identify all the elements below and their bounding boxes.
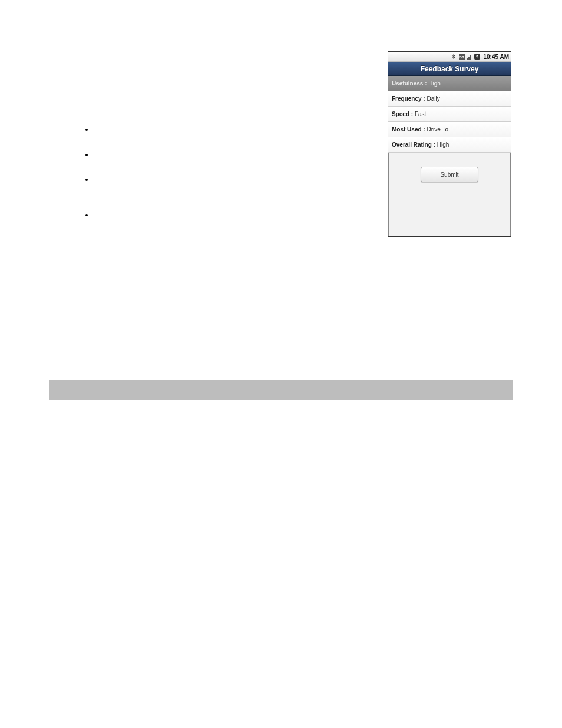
row-label: Frequency :	[392, 95, 427, 102]
grey-strip	[49, 380, 513, 400]
row-overall-rating[interactable]: Overall Rating : High	[388, 137, 511, 153]
submit-area: Submit	[388, 153, 511, 182]
left-bullet-list	[82, 126, 94, 218]
svg-rect-4	[470, 55, 471, 60]
svg-rect-5	[472, 54, 472, 60]
row-frequency[interactable]: Frequency : Daily	[388, 91, 511, 107]
row-usefulness[interactable]: Usefulness : High	[388, 76, 511, 91]
phone-screenshot: 3G ? 10:45 AM Feedback Survey Usefulness…	[388, 51, 511, 237]
status-time: 10:45 AM	[483, 54, 509, 60]
row-label: Overall Rating :	[392, 141, 437, 148]
svg-rect-3	[468, 57, 470, 60]
help-icon: ?	[474, 54, 480, 60]
row-value: High	[428, 80, 441, 87]
row-most-used[interactable]: Most Used : Drive To	[388, 122, 511, 137]
row-speed[interactable]: Speed : Fast	[388, 107, 511, 122]
row-label: Most Used :	[392, 126, 427, 133]
row-value: High	[437, 141, 449, 148]
title-bar: Feedback Survey	[388, 62, 511, 76]
svg-rect-2	[467, 58, 468, 60]
row-label: Usefulness :	[392, 80, 428, 87]
network-3g-icon: 3G	[459, 54, 465, 60]
svg-text:?: ?	[476, 55, 478, 59]
row-value: Daily	[427, 95, 439, 102]
row-value: Drive To	[427, 126, 448, 133]
status-bar: 3G ? 10:45 AM	[388, 52, 511, 62]
row-label: Speed :	[392, 111, 415, 117]
submit-button[interactable]: Submit	[421, 167, 478, 182]
signal-icon	[467, 54, 472, 60]
row-value: Fast	[415, 111, 426, 117]
bluetooth-icon	[451, 54, 457, 60]
svg-text:3G: 3G	[459, 55, 464, 59]
